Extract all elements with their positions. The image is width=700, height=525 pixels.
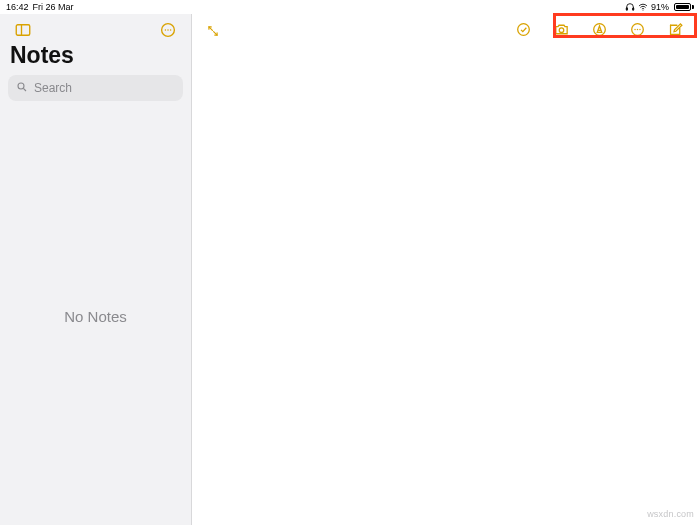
more-options-button[interactable] [155, 18, 181, 42]
svg-point-22 [636, 28, 637, 29]
svg-point-8 [170, 29, 172, 31]
sidebar: Notes [0, 14, 192, 525]
editor-tool-cluster [506, 15, 692, 43]
compose-button[interactable] [662, 17, 688, 41]
svg-point-21 [634, 28, 635, 29]
search-icon [16, 79, 28, 97]
wifi-icon [638, 2, 648, 12]
watermark: wsxdn.com [647, 509, 694, 519]
headphones-icon [625, 2, 635, 12]
svg-rect-1 [632, 8, 633, 10]
page-title: Notes [0, 42, 191, 75]
svg-point-17 [559, 27, 564, 32]
status-time: 16:42 [6, 2, 29, 12]
status-bar: 16:42 Fri 26 Mar 91% [0, 0, 700, 14]
svg-point-6 [165, 29, 167, 31]
note-editor [192, 14, 700, 525]
battery-pct: 91% [651, 2, 669, 12]
expand-note-button[interactable] [202, 20, 224, 42]
svg-rect-3 [16, 25, 30, 36]
battery-icon [672, 3, 694, 11]
svg-point-7 [167, 29, 169, 31]
camera-button[interactable] [548, 17, 574, 41]
svg-line-10 [24, 89, 27, 92]
checklist-button[interactable] [510, 17, 536, 41]
sidebar-toggle-button[interactable] [10, 18, 36, 42]
svg-point-2 [642, 9, 643, 10]
search-field[interactable] [8, 75, 183, 101]
notes-list-empty: No Notes [0, 107, 191, 525]
editor-toolbar [192, 14, 700, 44]
svg-rect-0 [626, 8, 627, 10]
status-right: 91% [625, 2, 694, 12]
search-field-wrapper [8, 75, 183, 101]
more-button[interactable] [624, 17, 650, 41]
status-date: Fri 26 Mar [33, 2, 74, 12]
status-left: 16:42 Fri 26 Mar [6, 2, 74, 12]
svg-point-16 [517, 23, 529, 35]
empty-state-text: No Notes [64, 308, 127, 325]
sidebar-toolbar [0, 14, 191, 42]
svg-point-9 [18, 83, 24, 89]
svg-point-23 [639, 28, 640, 29]
search-input[interactable] [28, 81, 190, 95]
markup-button[interactable] [586, 17, 612, 41]
